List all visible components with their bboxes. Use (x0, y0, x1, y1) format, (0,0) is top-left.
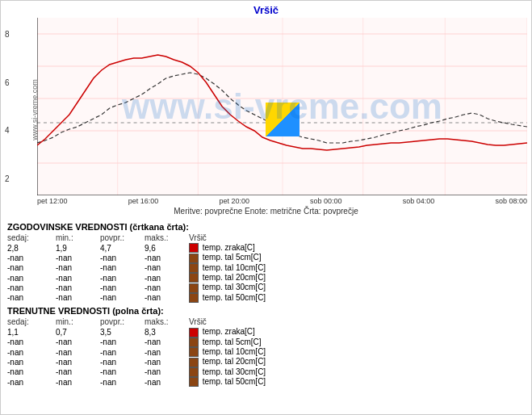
logo-square (266, 103, 300, 136)
cell-povpr: -nan (100, 347, 145, 357)
cell-maks: -nan (145, 357, 189, 367)
cell-label: temp. tal 20cm[C] (189, 273, 525, 283)
cell-label: temp. tal 30cm[C] (189, 367, 525, 377)
cell-sedaj: -nan (7, 377, 56, 387)
cell-povpr: -nan (100, 293, 145, 303)
cell-povpr: -nan (100, 283, 145, 292)
color-indicator (189, 337, 199, 347)
color-indicator (189, 328, 199, 337)
chart-info: Meritve: povprečne Enote: metrične Črta:… (1, 205, 531, 217)
color-indicator (189, 367, 199, 377)
historic-title: ZGODOVINSKE VREDNOSTI (črtkana črta): (7, 222, 525, 232)
measurement-label: temp. zraka[C] (203, 327, 255, 336)
measurement-label: temp. tal 20cm[C] (203, 273, 266, 282)
cell-povpr: -nan (100, 357, 145, 367)
cell-sedaj: -nan (7, 293, 56, 303)
historic-header-sedaj: sedaj: (7, 233, 56, 243)
current-header-sedaj: sedaj: (7, 317, 56, 327)
cell-povpr: 4,7 (100, 243, 145, 253)
cell-label: temp. zraka[C] (189, 327, 525, 337)
cell-maks: -nan (145, 347, 189, 357)
table-row: -nan -nan -nan -nan temp. tal 5cm[C] (7, 253, 525, 262)
cell-maks: 9,6 (145, 243, 189, 253)
historic-header-row: sedaj: min.: povpr.: maks.: Vršič (7, 233, 525, 243)
current-header-row: sedaj: min.: povpr.: maks.: Vršič (7, 317, 525, 327)
cell-min: -nan (56, 377, 100, 387)
color-indicator (189, 243, 199, 253)
cell-maks: -nan (145, 273, 189, 283)
color-indicator (189, 283, 199, 293)
cell-label: temp. tal 10cm[C] (189, 263, 525, 273)
table-row: -nan -nan -nan -nan temp. tal 10cm[C] (7, 263, 525, 273)
cell-min: -nan (56, 367, 100, 377)
current-table-body: 1,1 0,7 3,5 8,3 temp. zraka[C] -nan -nan… (7, 327, 525, 387)
cell-min: -nan (56, 273, 100, 283)
cell-label: temp. tal 50cm[C] (189, 293, 525, 303)
cell-povpr: -nan (100, 273, 145, 283)
cell-min: -nan (56, 347, 100, 357)
cell-sedaj: -nan (7, 283, 56, 292)
cell-min: -nan (56, 293, 100, 303)
cell-povpr: -nan (100, 263, 145, 273)
x-label-0: pet 12:00 (37, 197, 68, 205)
color-indicator (189, 358, 199, 367)
cell-maks: 8,3 (145, 327, 189, 337)
table-row: -nan -nan -nan -nan temp. tal 10cm[C] (7, 347, 525, 357)
table-row: -nan -nan -nan -nan temp. tal 20cm[C] (7, 273, 525, 283)
y-axis-labels: 8 6 4 2 (5, 18, 10, 195)
cell-povpr: 3,5 (100, 327, 145, 337)
data-section: ZGODOVINSKE VREDNOSTI (črtkana črta): se… (1, 219, 531, 414)
current-header-maks: maks.: (145, 317, 189, 327)
cell-sedaj: 2,8 (7, 243, 56, 253)
color-indicator (189, 377, 199, 387)
historic-table-body: 2,8 1,9 4,7 9,6 temp. zraka[C] -nan -nan… (7, 243, 525, 303)
historic-header-loc: Vršič (189, 233, 525, 243)
cell-povpr: -nan (100, 367, 145, 377)
chart-title: Vršič (1, 1, 531, 18)
cell-sedaj: -nan (7, 347, 56, 357)
cell-povpr: -nan (100, 337, 145, 347)
table-row: -nan -nan -nan -nan temp. tal 5cm[C] (7, 337, 525, 347)
table-row: 2,8 1,9 4,7 9,6 temp. zraka[C] (7, 243, 525, 253)
y-label-4: 4 (5, 126, 10, 135)
chart-area: Vršič www.si-vreme.com (1, 1, 531, 219)
measurement-label: temp. tal 50cm[C] (203, 377, 266, 386)
cell-maks: -nan (145, 263, 189, 273)
cell-min: -nan (56, 253, 100, 262)
cell-sedaj: -nan (7, 367, 56, 377)
main-container: Vršič www.si-vreme.com (0, 0, 532, 415)
measurement-label: temp. zraka[C] (203, 243, 255, 252)
table-row: -nan -nan -nan -nan temp. tal 50cm[C] (7, 377, 525, 387)
cell-label: temp. tal 30cm[C] (189, 283, 525, 292)
color-indicator (189, 293, 199, 303)
cell-min: -nan (56, 263, 100, 273)
table-row: -nan -nan -nan -nan temp. tal 30cm[C] (7, 367, 525, 377)
table-row: -nan -nan -nan -nan temp. tal 30cm[C] (7, 283, 525, 292)
x-label-1: pet 16:00 (128, 197, 159, 205)
cell-min: -nan (56, 357, 100, 367)
cell-label: temp. tal 50cm[C] (189, 377, 525, 387)
measurement-label: temp. tal 10cm[C] (203, 263, 266, 272)
cell-sedaj: -nan (7, 357, 56, 367)
cell-sedaj: -nan (7, 337, 56, 347)
measurement-label: temp. tal 5cm[C] (203, 253, 262, 262)
cell-sedaj: -nan (7, 263, 56, 273)
table-row: -nan -nan -nan -nan temp. tal 20cm[C] (7, 357, 525, 367)
x-axis-labels: pet 12:00 pet 16:00 pet 20:00 sob 00:00 … (37, 195, 527, 205)
measurement-label: temp. tal 50cm[C] (203, 293, 266, 302)
table-row: -nan -nan -nan -nan temp. tal 50cm[C] (7, 293, 525, 303)
cell-sedaj: 1,1 (7, 327, 56, 337)
current-table: sedaj: min.: povpr.: maks.: Vršič 1,1 0,… (7, 317, 525, 387)
cell-min: -nan (56, 337, 100, 347)
cell-povpr: -nan (100, 253, 145, 262)
cell-maks: -nan (145, 283, 189, 292)
cell-label: temp. tal 5cm[C] (189, 253, 525, 262)
table-row: 1,1 0,7 3,5 8,3 temp. zraka[C] (7, 327, 525, 337)
current-title: TRENUTNE VREDNOSTI (polna črta): (7, 306, 525, 316)
cell-maks: -nan (145, 293, 189, 303)
current-header-min: min.: (56, 317, 100, 327)
x-label-5: sob 08:00 (495, 197, 527, 205)
historic-table: sedaj: min.: povpr.: maks.: Vršič 2,8 1,… (7, 233, 525, 303)
cell-min: -nan (56, 283, 100, 292)
cell-sedaj: -nan (7, 273, 56, 283)
